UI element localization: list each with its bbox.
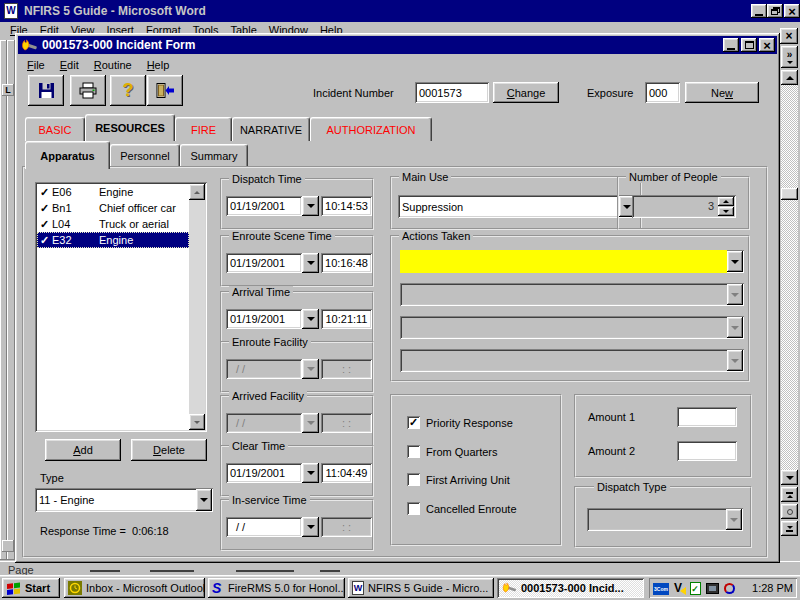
tab-authorization[interactable]: AUTHORIZATION — [310, 117, 432, 141]
dispatch-time-field[interactable]: 10:14:53 — [321, 196, 372, 216]
from-quarters-checkbox[interactable] — [407, 445, 420, 458]
dispatch-date-field[interactable]: 01/19/2001 — [226, 196, 302, 216]
sync-arrows-icon[interactable] — [721, 580, 737, 596]
tab-summary[interactable]: Summary — [180, 144, 248, 166]
dispatch-date-dropdown-button[interactable] — [302, 196, 319, 216]
first-arriving-unit-checkbox[interactable] — [407, 473, 420, 486]
exit-button[interactable] — [147, 75, 183, 106]
dialog-minimize-button[interactable] — [723, 38, 739, 52]
system-tray: 3Com V ✓ 1:28 PM — [649, 578, 797, 598]
display-settings-icon[interactable] — [704, 580, 720, 596]
taskbar-button-incident-form[interactable]: 0001573-000 Incid... — [497, 578, 644, 598]
word-minimize-button[interactable] — [751, 4, 767, 18]
dialog-maximize-button[interactable] — [741, 38, 757, 52]
incident-number-field[interactable]: 0001573 — [415, 82, 489, 103]
enroute-scene-date-dropdown-button[interactable] — [302, 253, 319, 273]
print-button[interactable] — [70, 75, 106, 106]
taskbar-button-outlook[interactable]: Inbox - Microsoft Outlook — [64, 578, 205, 598]
outlook-clock-icon — [68, 581, 82, 595]
add-button[interactable]: Add — [45, 439, 121, 461]
word-restore-button[interactable] — [767, 4, 783, 18]
flame-icon — [501, 581, 517, 595]
help-button[interactable]: ? — [110, 75, 146, 106]
dialog-close-button[interactable]: × — [759, 38, 775, 52]
taskbar-button-word[interactable]: W NFIRS 5 Guide - Micro... — [348, 578, 494, 598]
word-toolbar-overflow-button[interactable]: » — [781, 46, 798, 68]
dialog-menu-help[interactable]: Help — [147, 59, 170, 71]
overflow-arrow-icon — [787, 61, 793, 64]
task-checklist-icon[interactable]: ✓ — [687, 580, 703, 596]
tray-clock: 1:28 PM — [752, 582, 793, 594]
unit-row[interactable]: ✓E06Engine — [37, 184, 189, 200]
arrival-date-dropdown-button[interactable] — [302, 309, 319, 329]
unit-listbox[interactable]: ✓E06Engine ✓Bn1Chief officer car ✓L04Tru… — [35, 182, 207, 432]
clear-time-field[interactable]: 11:04:49 — [321, 463, 372, 483]
clear-date-field[interactable]: 01/19/2001 — [226, 463, 302, 483]
statusbar-text-fragment — [236, 570, 294, 572]
tab-fire[interactable]: FIRE — [175, 117, 232, 141]
enroute-scene-time-field[interactable]: 10:16:48 — [321, 253, 372, 273]
dialog-titlebar[interactable]: 0001573-000 Incident Form × — [18, 36, 777, 54]
change-button[interactable]: Change — [493, 82, 559, 103]
word-tab-stop-selector[interactable]: L — [2, 84, 14, 96]
tab-basic[interactable]: BASIC — [25, 117, 85, 141]
type-dropdown-button[interactable] — [196, 489, 212, 511]
tab-resources[interactable]: RESOURCES — [85, 114, 175, 141]
tab-apparatus[interactable]: Apparatus — [25, 141, 110, 169]
type-combobox[interactable]: 11 - Engine — [35, 488, 213, 512]
save-button[interactable] — [28, 75, 64, 106]
dialog-menu-file[interactable]: File — [27, 59, 45, 71]
browse-ball-icon — [787, 509, 793, 515]
cancelled-enroute-checkbox[interactable] — [407, 502, 420, 515]
actions-dropdown-button-2 — [727, 284, 743, 305]
word-document-close-button[interactable]: × — [780, 28, 798, 44]
word-previous-page-button[interactable] — [781, 487, 798, 502]
spinner-up-button[interactable] — [718, 197, 734, 206]
word-normal-view-button[interactable] — [2, 540, 14, 552]
clear-date-dropdown-button[interactable] — [302, 463, 319, 483]
amount1-field[interactable] — [677, 407, 737, 427]
word-scroll-down-button[interactable] — [781, 470, 798, 485]
arrival-time-field[interactable]: 10:21:11 — [321, 309, 372, 329]
actions-taken-combobox-2 — [400, 283, 744, 306]
exposure-field[interactable]: 000 — [645, 82, 680, 103]
delete-button[interactable]: Delete — [131, 439, 207, 461]
amount2-field[interactable] — [677, 441, 737, 461]
dialog-menu-routine[interactable]: Routine — [94, 59, 132, 71]
listbox-scroll-up-button[interactable] — [189, 184, 205, 200]
arrival-date-field[interactable]: 01/19/2001 — [226, 309, 302, 329]
actions-dropdown-button-1[interactable] — [727, 251, 743, 272]
word-statusbar: Page — [0, 561, 800, 575]
flame-icon — [20, 38, 38, 53]
tab-personnel[interactable]: Personnel — [110, 144, 180, 166]
check-icon: ✓ — [37, 218, 52, 231]
word-browse-object-button[interactable] — [781, 504, 798, 519]
actions-taken-combobox-1[interactable] — [400, 250, 744, 273]
word-scroll-up-button[interactable] — [781, 70, 798, 85]
new-button[interactable]: New — [685, 82, 759, 103]
listbox-scroll-down-button[interactable] — [189, 414, 205, 430]
main-use-combobox[interactable]: Suppression — [398, 195, 636, 218]
spinner-down-button[interactable] — [718, 207, 734, 216]
in-service-date-field[interactable]: / / — [226, 517, 302, 537]
3com-network-icon[interactable]: 3Com — [653, 583, 669, 595]
enroute-scene-date-field[interactable]: 01/19/2001 — [226, 253, 302, 273]
unit-row-selected[interactable]: ✓E32Engine — [37, 232, 189, 248]
from-quarters-label: From Quarters — [426, 446, 498, 458]
start-label: Start — [25, 582, 50, 594]
word-scrollbar-track[interactable] — [781, 85, 798, 470]
antivirus-shield-icon[interactable]: V — [670, 580, 686, 596]
taskbar-button-firerms[interactable]: S FireRMS 5.0 for Honol... — [208, 578, 345, 598]
unit-row[interactable]: ✓L04Truck or aerial — [37, 216, 189, 232]
priority-response-checkbox[interactable]: ✓ — [407, 416, 420, 429]
unit-row[interactable]: ✓Bn1Chief officer car — [37, 200, 189, 216]
dialog-title: 0001573-000 Incident Form — [42, 38, 195, 52]
tab-narrative[interactable]: NARRATIVE — [232, 117, 310, 141]
word-scrollbar-thumb[interactable] — [781, 188, 798, 200]
listbox-scrollbar[interactable] — [189, 184, 205, 430]
start-button[interactable]: Start — [2, 578, 60, 598]
dialog-menu-edit[interactable]: Edit — [60, 59, 79, 71]
word-close-button[interactable]: × — [784, 4, 800, 18]
word-next-page-button[interactable] — [781, 521, 798, 536]
in-service-date-dropdown-button[interactable] — [302, 517, 319, 537]
